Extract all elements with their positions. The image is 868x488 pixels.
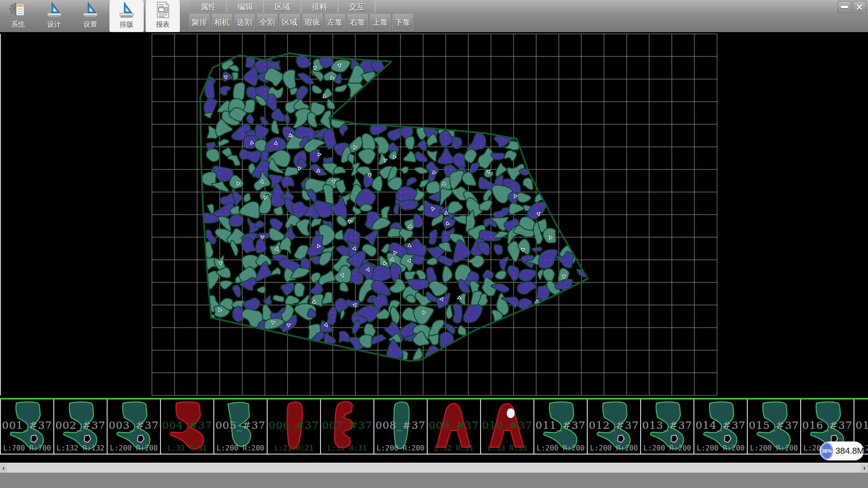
part-lr-count-label: L:132 R:132 <box>54 444 107 452</box>
mode-report[interactable]: 报表 <box>146 0 180 32</box>
part-thumbnail[interactable]: 011_#37L:200 R:200 <box>534 399 588 454</box>
part-thumbnail[interactable]: 004_#37L:31 R:31 <box>161 399 214 454</box>
part-id-label: 013_#37 <box>641 419 693 431</box>
tool-select-cut[interactable]: 选割 <box>234 14 255 31</box>
part-lr-count-label: L:33 R:33 <box>481 444 533 452</box>
part-lr-count-label: L:21 R:21 <box>268 444 320 452</box>
part-thumbnail[interactable]: 015_#37L:200 R:200 <box>748 399 801 454</box>
tool-bar: 聚排相机选割全割区域瑕疵左靠右靠上靠下靠 <box>189 14 415 32</box>
part-id-label: 009_#37 <box>428 419 480 431</box>
minimize-icon <box>841 6 848 8</box>
part-id-label: 017_#37 <box>854 419 868 431</box>
part-id-label: 007_#37 <box>321 419 373 431</box>
mode-system-label: 系统 <box>11 20 25 29</box>
parts-panel: 001_#37L:700 R:700002_#37L:132 R:132003_… <box>0 398 868 455</box>
part-id-label: 015_#37 <box>748 419 800 431</box>
part-id-label: 016_#37 <box>801 419 854 431</box>
nesting-canvas[interactable] <box>0 32 868 398</box>
mode-design-label: 设计 <box>47 20 61 29</box>
part-lr-count-label: L:200 R:200 <box>588 444 640 452</box>
part-thumbnail[interactable]: 006_#37L:21 R:21 <box>268 399 321 454</box>
tool-align-right[interactable]: 右靠 <box>347 14 368 31</box>
part-lr-count-label: L:31 R:31 <box>161 444 213 452</box>
part-lr-count-label: L:200 R:200 <box>694 444 747 452</box>
menu-properties[interactable]: 属性 <box>190 1 227 13</box>
part-thumbnail[interactable]: 010_#37L:33 R:33 <box>481 399 534 454</box>
part-id-label: 010_#37 <box>481 419 533 431</box>
part-lr-count-label: L:200 R:200 <box>534 444 587 452</box>
part-id-label: 002_#37 <box>54 419 107 431</box>
report-icon <box>154 1 172 19</box>
part-id-label: 003_#37 <box>108 419 160 431</box>
tool-cluster-nest[interactable]: 聚排 <box>189 14 210 31</box>
part-thumbnail[interactable]: 007_#37L:31 R:31 <box>321 399 374 454</box>
ruler-icon <box>81 1 99 19</box>
tool-defect[interactable]: 瑕疵 <box>302 14 323 31</box>
part-thumbnail[interactable]: 003_#37L:200 R:200 <box>108 399 161 454</box>
part-thumbnail[interactable]: 012_#37L:200 R:200 <box>588 399 641 454</box>
part-id-label: 014_#37 <box>694 419 747 431</box>
menu-interact[interactable]: 交互 <box>338 1 375 13</box>
part-lr-count-label: L:200 R:200 <box>108 444 160 452</box>
mode-settings[interactable]: 设置 <box>73 0 108 32</box>
memory-percent-badge: 38% <box>821 442 833 460</box>
part-thumbnail[interactable]: 013_#37L:200 R:200 <box>641 399 694 454</box>
tool-align-top[interactable]: 上靠 <box>370 14 391 31</box>
parts-list: 001_#37L:700 R:700002_#37L:132 R:132003_… <box>0 399 868 455</box>
horizontal-scrollbar[interactable]: ‹ › <box>0 463 868 473</box>
part-lr-count-label: L:31 R:31 <box>321 444 373 452</box>
mode-design[interactable]: 设计 <box>37 0 71 32</box>
part-thumbnail[interactable]: 002_#37L:132 R:132 <box>54 399 108 454</box>
mode-settings-label: 设置 <box>84 20 97 29</box>
status-bar <box>0 473 868 488</box>
memory-usage-badge: 38% 384.8M <box>820 441 864 460</box>
part-thumbnail[interactable]: 009_#37L:32 R:31 <box>428 399 481 454</box>
mode-system[interactable]: 系统 <box>1 0 35 32</box>
part-id-label: 001_#37 <box>1 419 53 431</box>
close-button[interactable]: ✕ <box>853 1 866 13</box>
tool-align-bottom[interactable]: 下靠 <box>392 14 413 31</box>
menu-nesting[interactable]: 排料 <box>301 1 338 13</box>
menu-region[interactable]: 区域 <box>264 1 301 13</box>
main-toolbar: 系统设计设置排版报表 属性编辑区域排料交互 聚排相机选割全割区域瑕疵左靠右靠上靠… <box>0 0 868 33</box>
part-lr-count-label: L:700 R:700 <box>1 444 53 452</box>
menu-edit[interactable]: 编辑 <box>227 1 264 13</box>
part-lr-count-label: L:200 R:200 <box>748 444 800 452</box>
ruler-icon <box>118 1 136 19</box>
memory-value-label: 384.8M <box>835 446 864 456</box>
part-thumbnail[interactable]: 014_#37L:200 R:200 <box>694 399 748 454</box>
close-icon: ✕ <box>856 3 863 12</box>
mode-nesting[interactable]: 排版 <box>109 0 144 32</box>
scroll-right-arrow-icon[interactable]: › <box>861 463 868 473</box>
minimize-button[interactable] <box>838 1 851 13</box>
part-id-label: 008_#37 <box>374 419 427 431</box>
menu-bar: 属性编辑区域排料交互 <box>190 1 375 13</box>
part-id-label: 006_#37 <box>268 419 320 431</box>
ruler-icon <box>45 1 63 19</box>
gear-doc-icon <box>9 1 27 19</box>
part-lr-count-label: L:200 R:200 <box>214 444 267 452</box>
part-id-label: 004_#37 <box>161 419 213 431</box>
part-lr-count-label: L:32 R:31 <box>428 444 480 452</box>
part-lr-count-label: L:200 R:200 <box>641 444 693 452</box>
canvas-left-border <box>0 34 1 395</box>
tool-align-left[interactable]: 左靠 <box>325 14 345 31</box>
mode-report-label: 报表 <box>156 20 170 29</box>
part-thumbnail[interactable]: 001_#37L:700 R:700 <box>1 399 54 454</box>
scroll-left-arrow-icon[interactable]: ‹ <box>0 463 7 473</box>
nesting-canvas-svg <box>0 32 868 398</box>
tool-region[interactable]: 区域 <box>279 14 300 31</box>
mode-nesting-label: 排版 <box>120 20 133 29</box>
part-id-label: 011_#37 <box>534 419 587 431</box>
window-controls: ✕ <box>838 1 866 13</box>
part-lr-count-label: L:200 R:200 <box>374 444 427 452</box>
part-thumbnail[interactable]: 005_#37L:200 R:200 <box>214 399 268 454</box>
part-id-label: 012_#37 <box>588 419 640 431</box>
tool-camera[interactable]: 相机 <box>212 14 232 31</box>
part-id-label: 005_#37 <box>214 419 267 431</box>
part-thumbnail[interactable]: 008_#37L:200 R:200 <box>374 399 428 454</box>
tool-cut-all[interactable]: 全割 <box>257 14 278 31</box>
